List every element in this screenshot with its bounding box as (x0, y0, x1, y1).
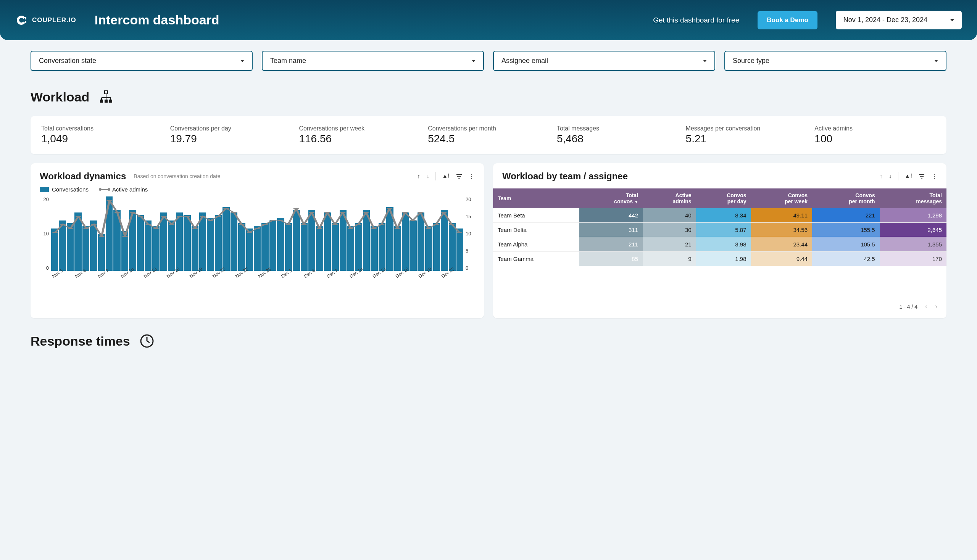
dynamics-subtitle: Based on conversation creation date (134, 173, 220, 180)
table-row: Team Delta 311 30 5.87 34.56 155.5 2,645 (493, 223, 947, 237)
svg-point-56 (379, 224, 384, 225)
kpi-card: Messages per conversation5.21 (686, 125, 807, 145)
svg-point-29 (169, 224, 174, 225)
svg-point-30 (177, 216, 182, 217)
by-team-title: Workload by team / assignee (502, 171, 628, 182)
kpi-label: Active admins (814, 125, 936, 132)
svg-point-32 (192, 228, 198, 229)
kpi-card: Total conversations1,049 (41, 125, 163, 145)
team-table: TeamTotalconvos▼ActiveadminsConvosper da… (493, 188, 947, 266)
svg-point-53 (355, 224, 361, 225)
workload-title: Workload (30, 90, 89, 105)
response-times-section: Response times (0, 318, 977, 364)
chevron-down-icon (703, 60, 707, 62)
svg-point-25 (138, 216, 144, 217)
svg-point-39 (247, 232, 252, 233)
svg-line-72 (147, 341, 150, 343)
more-icon[interactable]: ⋮ (469, 173, 475, 180)
svg-point-59 (402, 212, 408, 213)
filter-icon[interactable] (918, 173, 925, 180)
table-row: Team Beta 442 40 8.34 49.11 221 1,298 (493, 208, 947, 223)
kpi-value: 19.79 (170, 133, 292, 145)
svg-point-23 (122, 236, 128, 237)
svg-point-14 (52, 232, 58, 233)
kpi-card: Conversations per day19.79 (170, 125, 292, 145)
kpi-value: 5,468 (557, 133, 678, 145)
kpi-label: Conversations per week (299, 125, 420, 132)
table-header[interactable]: Convosper day (696, 188, 751, 208)
response-title: Response times (30, 334, 130, 349)
kpi-label: Conversations per month (428, 125, 549, 132)
header: COUPLER.IO Intercom dashboard Get this d… (0, 0, 977, 40)
filter-team-name[interactable]: Team name (262, 51, 484, 71)
warning-icon[interactable]: ▲! (442, 173, 449, 180)
brand-logo[interactable]: COUPLER.IO (15, 14, 76, 26)
svg-point-45 (293, 208, 299, 209)
table-row: Team Gamma 85 9 1.98 9.44 42.5 170 (493, 252, 947, 266)
table-header[interactable]: Totalmessages (880, 188, 947, 208)
book-demo-button[interactable]: Book a Demo (758, 11, 817, 29)
arrow-up-icon[interactable]: ↑ (880, 173, 883, 180)
workload-section: Workload Total conversations1,049Convers… (0, 89, 977, 318)
kpi-card: Total messages5,468 (557, 125, 678, 145)
svg-point-49 (324, 212, 330, 213)
kpi-value: 1,049 (41, 133, 163, 145)
svg-point-28 (161, 216, 167, 217)
kpi-row: Total conversations1,049Conversations pe… (30, 116, 947, 154)
svg-rect-10 (110, 100, 112, 102)
svg-point-66 (456, 232, 462, 233)
page-next[interactable]: › (935, 303, 937, 310)
svg-rect-8 (100, 100, 103, 102)
kpi-value: 524.5 (428, 133, 549, 145)
svg-point-57 (387, 208, 392, 209)
svg-point-48 (316, 228, 322, 229)
svg-rect-2 (105, 91, 108, 94)
table-header[interactable]: Activeadmins (643, 188, 696, 208)
svg-point-31 (184, 216, 190, 217)
svg-point-62 (426, 228, 431, 229)
chevron-down-icon (950, 19, 954, 22)
svg-point-46 (301, 224, 307, 225)
svg-point-58 (394, 228, 400, 229)
chevron-down-icon (934, 60, 938, 62)
svg-point-43 (278, 220, 284, 221)
svg-point-47 (309, 212, 314, 213)
arrow-down-icon[interactable]: ↓ (889, 173, 892, 180)
page-prev[interactable]: ‹ (925, 303, 927, 310)
svg-point-63 (433, 224, 439, 225)
table-pagination: 1 - 4 / 4 ‹ › (502, 297, 937, 310)
table-header[interactable]: Team (493, 188, 580, 208)
table-header[interactable]: Convosper month (812, 188, 880, 208)
table-header[interactable]: Convosper week (751, 188, 812, 208)
get-dashboard-link[interactable]: Get this dashboard for free (653, 16, 739, 24)
svg-point-20 (99, 236, 105, 237)
filter-icon[interactable] (456, 173, 463, 180)
kpi-value: 100 (814, 133, 936, 145)
warning-icon[interactable]: ▲! (905, 173, 912, 180)
svg-point-24 (130, 212, 135, 213)
kpi-card: Conversations per month524.5 (428, 125, 549, 145)
svg-point-37 (231, 212, 237, 213)
svg-point-41 (262, 224, 268, 225)
clock-icon (139, 333, 155, 349)
svg-point-60 (410, 220, 416, 221)
svg-point-27 (154, 228, 159, 229)
arrow-down-icon[interactable]: ↓ (426, 173, 429, 180)
svg-point-50 (332, 224, 338, 225)
svg-point-38 (239, 224, 245, 225)
date-range-picker[interactable]: Nov 1, 2024 - Dec 23, 2024 (836, 11, 962, 29)
table-header[interactable]: Totalconvos▼ (580, 188, 643, 208)
svg-point-16 (68, 228, 73, 229)
more-icon[interactable]: ⋮ (931, 173, 937, 180)
arrow-up-icon[interactable]: ↑ (417, 173, 420, 180)
svg-point-65 (449, 224, 454, 225)
svg-point-54 (363, 212, 369, 213)
filter-source-type[interactable]: Source type (724, 51, 947, 71)
svg-point-26 (145, 224, 151, 225)
svg-point-52 (348, 228, 353, 229)
filter-conversation-state[interactable]: Conversation state (30, 51, 253, 71)
filter-assignee-email[interactable]: Assignee email (493, 51, 715, 71)
chevron-down-icon (240, 60, 244, 62)
svg-point-15 (60, 224, 66, 225)
filter-row: Conversation state Team name Assignee em… (0, 40, 977, 82)
